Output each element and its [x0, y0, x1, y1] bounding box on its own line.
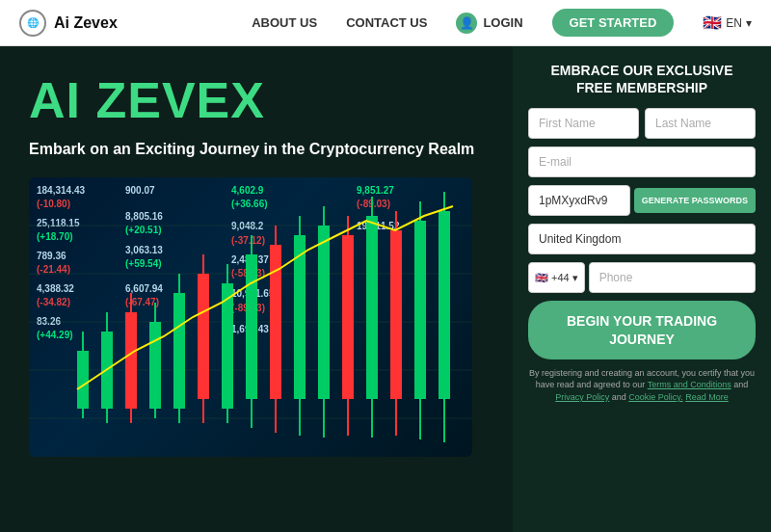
phone-input[interactable] — [589, 262, 756, 293]
country-select[interactable]: United Kingdom United States Germany Fra… — [528, 224, 756, 254]
submit-button[interactable]: BEGIN YOUR TRADING JOURNEY — [528, 301, 756, 359]
left-section: AI ZEVEX Embark on an Exciting Journey i… — [0, 46, 513, 532]
main-content: AI ZEVEX Embark on an Exciting Journey i… — [0, 46, 771, 532]
privacy-link[interactable]: Privacy Policy — [555, 392, 609, 402]
nav-contact[interactable]: CONTACT US — [346, 15, 427, 30]
language-selector[interactable]: 🇬🇧 EN ▾ — [703, 13, 752, 32]
password-input[interactable] — [528, 185, 630, 216]
phone-country-selector[interactable]: 🇬🇧 +44 ▾ — [528, 262, 585, 293]
lang-label: EN — [726, 16, 742, 30]
phone-row: 🇬🇧 +44 ▾ — [528, 262, 756, 293]
nav-links: ABOUT US CONTACT US 👤 LOGIN GET STARTED … — [252, 9, 752, 37]
disclaimer-text: By registering and creating an account, … — [528, 367, 756, 404]
get-started-button[interactable]: GET STARTED — [552, 9, 675, 37]
phone-flag-icon: 🇬🇧 — [535, 272, 548, 284]
header: 🌐 Ai Zevex ABOUT US CONTACT US 👤 LOGIN G… — [0, 0, 771, 46]
phone-code: +44 — [551, 272, 570, 283]
login-icon: 👤 — [456, 13, 477, 34]
flag-icon: 🇬🇧 — [703, 13, 722, 32]
email-input[interactable] — [528, 146, 756, 177]
terms-link[interactable]: Terms and Conditions — [648, 380, 731, 389]
password-row: GENERATE PASSWORDS — [528, 185, 756, 216]
generate-password-button[interactable]: GENERATE PASSWORDS — [634, 188, 756, 213]
globe-icon: 🌐 — [19, 10, 46, 37]
first-name-input[interactable] — [528, 108, 639, 139]
chart-svg — [29, 177, 472, 457]
login-label: LOGIN — [483, 15, 522, 30]
logo-area: 🌐 Ai Zevex — [19, 10, 118, 37]
form-title: EMBRACE OUR EXCLUSIVE FREE MEMBERSHIP — [528, 62, 756, 96]
chart-area: 184,314.43 (-10.80) 25,118.15 (+18.70) 7… — [29, 177, 472, 457]
registration-form-panel: EMBRACE OUR EXCLUSIVE FREE MEMBERSHIP GE… — [513, 46, 771, 532]
login-button[interactable]: 👤 LOGIN — [456, 13, 522, 34]
name-row — [528, 108, 756, 139]
chevron-down-icon: ▾ — [746, 16, 752, 30]
logo-text: Ai Zevex — [54, 14, 118, 32]
last-name-input[interactable] — [645, 108, 756, 139]
nav-about[interactable]: ABOUT US — [252, 15, 317, 30]
phone-chevron-icon: ▾ — [572, 272, 578, 284]
read-more-link[interactable]: Read More — [685, 392, 729, 402]
cookie-link[interactable]: Cookie Policy. — [628, 392, 682, 402]
hero-subtitle: Embark on an Exciting Journey in the Cry… — [29, 141, 493, 158]
hero-title: AI ZEVEX — [29, 75, 493, 125]
